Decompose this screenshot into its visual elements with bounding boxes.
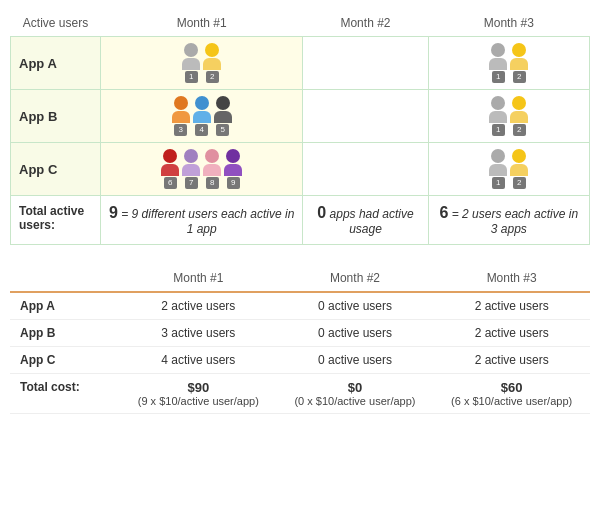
table-row: App B 3 active users 0 active users 2 ac… <box>10 320 590 347</box>
month3-cell: 1 2 <box>428 90 589 143</box>
table-row: App A 1 2 1 2 <box>11 37 590 90</box>
summary-row: Total active users: 9 = 9 different user… <box>11 196 590 245</box>
person-icon: 1 <box>489 149 507 189</box>
person-icon: 8 <box>203 149 221 189</box>
app-label: App A <box>10 292 120 320</box>
table-row: App C 4 active users 0 active users 2 ac… <box>10 347 590 374</box>
person-icon: 2 <box>510 96 528 136</box>
bottom-col-empty <box>10 265 120 292</box>
person-icon: 1 <box>489 96 507 136</box>
person-icon: 2 <box>203 43 221 83</box>
month1-users: 2 active users <box>120 292 277 320</box>
month1-users: 4 active users <box>120 347 277 374</box>
person-icon: 5 <box>214 96 232 136</box>
total-label: Total cost: <box>10 374 120 414</box>
month2-cell <box>303 143 428 196</box>
summary-month1: 9 = 9 different users each active in 1 a… <box>101 196 303 245</box>
month2-users: 0 active users <box>277 320 434 347</box>
col-header-month1: Month #1 <box>101 10 303 37</box>
table-row: App A 2 active users 0 active users 2 ac… <box>10 292 590 320</box>
month1-cell: 3 4 5 <box>101 90 303 143</box>
total-month1: $90 (9 x $10/active user/app) <box>120 374 277 414</box>
col-header-month3: Month #3 <box>428 10 589 37</box>
app-label: App C <box>11 143 101 196</box>
month3-users: 2 active users <box>433 292 590 320</box>
summary-label: Total active users: <box>11 196 101 245</box>
app-label: App A <box>11 37 101 90</box>
total-month3: $60 (6 x $10/active user/app) <box>433 374 590 414</box>
month3-users: 2 active users <box>433 320 590 347</box>
col-header-month2: Month #2 <box>303 10 428 37</box>
bottom-col-month3: Month #3 <box>433 265 590 292</box>
month2-cell <box>303 37 428 90</box>
app-label: App C <box>10 347 120 374</box>
month3-cell: 1 2 <box>428 143 589 196</box>
app-label: App B <box>11 90 101 143</box>
app-label: App B <box>10 320 120 347</box>
person-icon: 3 <box>172 96 190 136</box>
summary-month2: 0 apps had active usage <box>303 196 428 245</box>
active-users-table: Active users Month #1 Month #2 Month #3 … <box>10 10 590 245</box>
person-icon: 1 <box>182 43 200 83</box>
month1-users: 3 active users <box>120 320 277 347</box>
month3-cell: 1 2 <box>428 37 589 90</box>
month1-cell: 1 2 <box>101 37 303 90</box>
person-icon: 2 <box>510 43 528 83</box>
total-row: Total cost: $90 (9 x $10/active user/app… <box>10 374 590 414</box>
table-row: App B 3 4 5 1 2 <box>11 90 590 143</box>
bottom-col-month1: Month #1 <box>120 265 277 292</box>
col-header-active-users: Active users <box>11 10 101 37</box>
month1-cell: 6 7 8 9 <box>101 143 303 196</box>
summary-month3: 6 = 2 users each active in 3 apps <box>428 196 589 245</box>
person-icon: 9 <box>224 149 242 189</box>
person-icon: 6 <box>161 149 179 189</box>
month2-users: 0 active users <box>277 347 434 374</box>
month2-users: 0 active users <box>277 292 434 320</box>
person-icon: 1 <box>489 43 507 83</box>
table-row: App C 6 7 8 9 1 2 <box>11 143 590 196</box>
person-icon: 4 <box>193 96 211 136</box>
month2-cell <box>303 90 428 143</box>
person-icon: 2 <box>510 149 528 189</box>
total-month2: $0 (0 x $10/active user/app) <box>277 374 434 414</box>
bottom-col-month2: Month #2 <box>277 265 434 292</box>
cost-table: Month #1 Month #2 Month #3 App A 2 activ… <box>10 265 590 414</box>
person-icon: 7 <box>182 149 200 189</box>
month3-users: 2 active users <box>433 347 590 374</box>
